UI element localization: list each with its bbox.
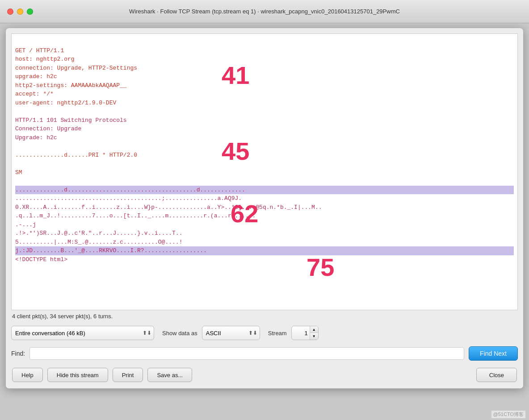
- stream-down-btn[interactable]: ▼: [310, 333, 318, 340]
- stream-text: GET / HTTP/1.1 host: nghttp2.org connect…: [15, 37, 514, 273]
- stream-display[interactable]: GET / HTTP/1.1 host: nghttp2.org connect…: [11, 33, 518, 310]
- stream-label: Stream: [268, 330, 287, 337]
- hide-stream-button[interactable]: Hide this stream: [47, 368, 108, 382]
- window-title: Wireshark · Follow TCP Stream (tcp.strea…: [129, 8, 400, 15]
- ascii-select[interactable]: ASCII Hex Dump EBCDIC Hex: [202, 326, 260, 340]
- main-window: GET / HTTP/1.1 host: nghttp2.org connect…: [5, 28, 524, 389]
- find-label: Find:: [11, 350, 25, 357]
- stream-spinner: ▲ ▼: [310, 326, 318, 340]
- maximize-traffic-light[interactable]: [27, 8, 33, 15]
- conversation-select-wrapper[interactable]: Entire conversation (46 kB) ⬆⬇: [11, 326, 154, 340]
- minimize-traffic-light[interactable]: [17, 8, 23, 15]
- close-button[interactable]: Close: [476, 368, 517, 382]
- show-data-label: Show data as: [162, 330, 197, 337]
- stats-text: 4 client pkt(s), 34 server pkt(s), 6 tur…: [12, 313, 113, 320]
- save-as-button[interactable]: Save as...: [147, 368, 192, 382]
- traffic-lights: [7, 8, 33, 15]
- controls-bar: Entire conversation (46 kB) ⬆⬇ Show data…: [6, 322, 523, 344]
- conversation-select[interactable]: Entire conversation (46 kB): [11, 326, 154, 340]
- find-next-button[interactable]: Find Next: [469, 346, 518, 361]
- print-button[interactable]: Print: [113, 368, 143, 382]
- find-bar: Find: Find Next: [6, 344, 523, 363]
- find-input[interactable]: [29, 347, 464, 360]
- stream-number-control: ▲ ▼: [291, 326, 319, 340]
- close-traffic-light[interactable]: [7, 8, 13, 15]
- ascii-select-wrapper[interactable]: ASCII Hex Dump EBCDIC Hex ⬆⬇: [202, 326, 260, 340]
- help-button[interactable]: Help: [12, 368, 43, 382]
- watermark: @51CTO博客: [491, 411, 525, 418]
- stats-bar: 4 client pkt(s), 34 server pkt(s), 6 tur…: [6, 310, 523, 322]
- titlebar: Wireshark · Follow TCP Stream (tcp.strea…: [0, 0, 529, 23]
- stream-up-btn[interactable]: ▲: [310, 326, 318, 333]
- stream-number-input[interactable]: [292, 330, 310, 337]
- bottom-bar: Help Hide this stream Print Save as... C…: [6, 363, 523, 388]
